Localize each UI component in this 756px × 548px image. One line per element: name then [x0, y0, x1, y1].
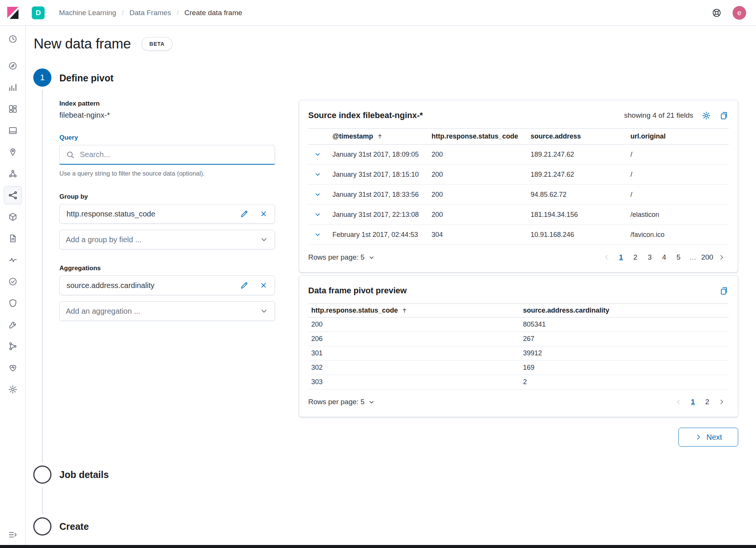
nav-collapse-button[interactable]: [0, 530, 26, 540]
remove-group-by-button[interactable]: [259, 210, 268, 218]
breadcrumb: Machine Learning / Data Frames / Create …: [59, 9, 242, 17]
next-page-button[interactable]: [714, 395, 729, 409]
branch-icon: [8, 341, 18, 351]
breadcrumb-link[interactable]: Data Frames: [129, 9, 171, 17]
previous-page-button[interactable]: [671, 395, 686, 409]
table-header-row: http.response.status_code source.address…: [308, 304, 729, 318]
page-button[interactable]: 4: [657, 250, 671, 265]
sidebar-item-dev-tools[interactable]: [4, 316, 22, 334]
previous-page-button[interactable]: [599, 250, 614, 265]
edit-group-by-button[interactable]: [240, 209, 249, 218]
status-code-cell: 200: [428, 185, 528, 205]
next-page-button[interactable]: [714, 250, 729, 265]
sidebar-item-uptime[interactable]: [4, 272, 22, 291]
rows-per-page-button[interactable]: Rows per page: 5: [308, 398, 375, 406]
kibana-logo[interactable]: [0, 6, 26, 19]
chevron-left-icon: [603, 254, 610, 261]
query-label: Query: [59, 134, 275, 142]
timestamp-cell: January 31st 2017, 18:33:56: [329, 185, 428, 205]
chevron-down-icon: [314, 191, 321, 198]
sidebar-item-discover[interactable]: [4, 57, 22, 75]
column-header-status-code[interactable]: http.response.status_code: [428, 129, 528, 145]
edit-aggregation-button[interactable]: [240, 281, 249, 290]
help-button[interactable]: [711, 8, 722, 18]
source-pagination: 1 2 3 4 5 … 200: [599, 250, 729, 265]
pivot-preview-panel: Data frame pivot preview http.response.s…: [299, 275, 738, 417]
column-header-url-original[interactable]: url.original: [627, 129, 729, 145]
column-header-timestamp[interactable]: @timestamp: [329, 129, 428, 145]
page-button[interactable]: 5: [671, 250, 686, 265]
sidebar-item-machine-learning[interactable]: [4, 186, 22, 204]
user-avatar[interactable]: e: [733, 6, 746, 20]
source-address-cell: 10.91.168.246: [528, 225, 627, 245]
next-button[interactable]: Next: [678, 428, 738, 447]
table-row: January 31st 2017, 18:09:05 200 189.21.2…: [308, 145, 729, 165]
close-icon: [259, 210, 268, 218]
step-1-title: Define pivot: [59, 73, 113, 84]
column-header-source-address[interactable]: source.address: [528, 129, 627, 145]
copy-to-clipboard-button[interactable]: [719, 111, 729, 120]
column-settings-button[interactable]: [702, 111, 711, 120]
expand-row-button[interactable]: [311, 150, 324, 159]
add-group-by-placeholder: Add a group by field ...: [66, 235, 141, 244]
pencil-icon: [240, 209, 249, 218]
sidebar-item-canvas[interactable]: [4, 121, 22, 140]
add-group-by-field-select[interactable]: Add a group by field ...: [59, 230, 275, 249]
help-icon: [711, 8, 722, 18]
copy-to-clipboard-button[interactable]: [719, 286, 729, 296]
page-button[interactable]: 2: [700, 395, 714, 409]
expand-row-button[interactable]: [311, 190, 324, 199]
expand-row-button[interactable]: [311, 210, 324, 219]
sidebar-item-dashboard[interactable]: [4, 100, 22, 118]
cardinality-cell: 267: [520, 332, 729, 346]
step-2-indicator: [33, 465, 51, 484]
column-header-status-code[interactable]: http.response.status_code: [308, 304, 520, 318]
breadcrumb-link[interactable]: Machine Learning: [59, 9, 116, 17]
sidebar-item-recently-viewed[interactable]: [4, 30, 22, 48]
sidebar-item-monitoring[interactable]: [4, 359, 22, 377]
sidebar-item-infrastructure[interactable]: [4, 208, 22, 226]
sidebar-item-graph[interactable]: [4, 165, 22, 183]
pivot-pagination: 1 2: [671, 395, 729, 409]
clipboard-copy-icon: [719, 111, 729, 120]
page-button[interactable]: 3: [643, 250, 657, 265]
index-pattern-label: Index pattern: [59, 100, 275, 107]
sidebar-item-maps[interactable]: [4, 143, 22, 161]
sidebar-item-management[interactable]: [4, 380, 22, 399]
table-row: 303 2: [308, 375, 729, 389]
cube-icon: [8, 212, 18, 222]
sidebar-item-logs[interactable]: [4, 229, 22, 248]
url-cell: /elasticon: [627, 205, 729, 225]
page-button[interactable]: 2: [628, 250, 643, 265]
remove-aggregation-button[interactable]: [259, 281, 268, 290]
chevron-right-icon: [695, 433, 702, 441]
top-bar: D Machine Learning / Data Frames / Creat…: [0, 0, 756, 26]
page-ellipsis: …: [686, 253, 700, 262]
page-button[interactable]: 1: [686, 395, 700, 409]
shield-icon: [8, 298, 18, 308]
table-header-row: @timestamp http.response.status_code sou…: [308, 129, 729, 145]
rows-per-page-button[interactable]: Rows per page: 5: [308, 253, 375, 262]
step-1-indicator: 1: [33, 68, 51, 87]
sidebar-item-siem[interactable]: [4, 294, 22, 312]
space-badge[interactable]: D: [32, 6, 45, 19]
add-aggregation-select[interactable]: Add an aggregation ...: [59, 301, 275, 321]
sidebar-item-visualize[interactable]: [4, 78, 22, 97]
group-by-item: http.response.status_code: [59, 204, 275, 224]
column-header-cardinality[interactable]: source.address.cardinality: [520, 304, 729, 318]
page-title: New data frame: [34, 36, 131, 52]
url-cell: /: [627, 185, 729, 205]
query-search-field[interactable]: [59, 145, 275, 165]
query-search-input[interactable]: [80, 150, 269, 159]
page-button[interactable]: 1: [614, 250, 628, 265]
page-button[interactable]: 200: [700, 250, 714, 265]
cardinality-cell: 805341: [520, 318, 729, 332]
step-2-title: Job details: [59, 469, 109, 480]
sidebar-item-pipelines[interactable]: [4, 337, 22, 355]
sidebar-item-apm[interactable]: [4, 251, 22, 269]
index-pattern-value: filebeat-nginx-*: [59, 111, 275, 120]
expand-row-button[interactable]: [311, 170, 324, 179]
aggregation-item: source.address.cardinality: [59, 276, 275, 295]
group-by-item-value: http.response.status_code: [67, 210, 155, 218]
expand-row-button[interactable]: [311, 230, 324, 239]
